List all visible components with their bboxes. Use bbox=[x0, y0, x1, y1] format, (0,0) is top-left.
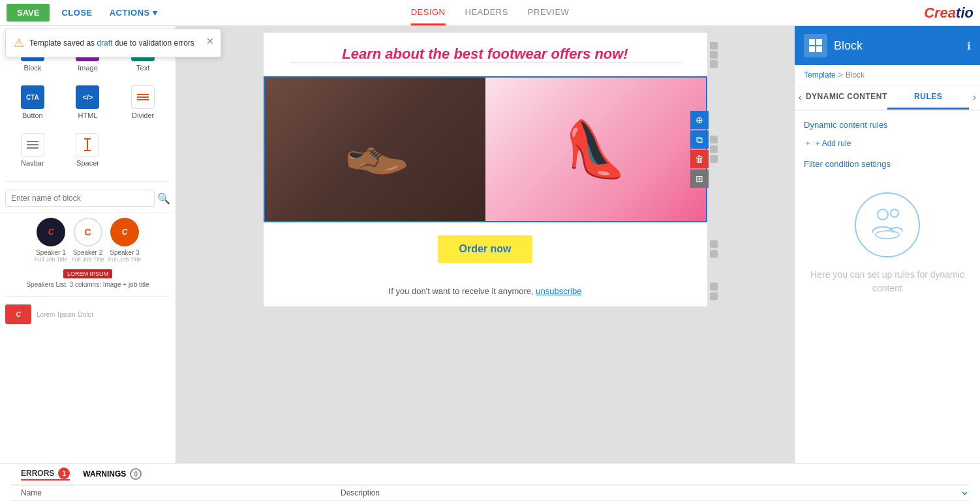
html-icon: </> bbox=[76, 85, 99, 109]
svg-rect-16 bbox=[816, 39, 822, 45]
people-icon bbox=[870, 204, 906, 246]
speaker-1-sub: Full Job Title bbox=[35, 256, 68, 263]
warnings-label: WARNINGS bbox=[83, 469, 126, 479]
add-rule-button[interactable]: ＋ + Add rule bbox=[804, 138, 851, 149]
panel-content: Dynamic content rules ＋ + Add rule Filte… bbox=[795, 111, 980, 463]
errors-badge: 1 bbox=[58, 467, 70, 479]
save-button[interactable]: SAVE bbox=[7, 4, 50, 22]
sidebar-item-label: Button bbox=[22, 111, 43, 119]
speaker-1-name: Speaker 1 bbox=[36, 249, 66, 256]
notification-banner: ⚠ Template saved as draft due to validat… bbox=[5, 29, 221, 57]
section-ctrl-dot[interactable] bbox=[710, 51, 718, 59]
footer-col-label-3: Dolor bbox=[78, 311, 94, 318]
breadcrumb-parent[interactable]: Template bbox=[804, 70, 836, 80]
creatio-logo: Creatio bbox=[924, 5, 973, 22]
expand-errors-button[interactable]: ⌄ bbox=[960, 484, 970, 498]
placeholder-icon-circle bbox=[855, 192, 920, 258]
panel-tab-right-arrow[interactable]: › bbox=[969, 85, 980, 110]
name-column-header: Name bbox=[10, 486, 330, 500]
breadcrumb-separator: > bbox=[838, 70, 843, 80]
sidebar-item-label: Spacer bbox=[76, 159, 99, 167]
breadcrumb: Template > Block bbox=[795, 65, 980, 85]
email-footer-section: If you don't want to receive it anymore,… bbox=[264, 276, 707, 306]
email-divider bbox=[290, 63, 681, 63]
sidebar-divider bbox=[5, 181, 170, 182]
email-cta-section: Order now bbox=[264, 222, 707, 276]
panel-tab-left-arrow[interactable]: ‹ bbox=[795, 85, 806, 110]
speaker-2-name: Speaker 2 bbox=[73, 249, 103, 256]
section-ctrl-dot[interactable] bbox=[710, 241, 718, 248]
shoe-left-image[interactable] bbox=[265, 78, 485, 221]
sidebar-item-label: Navbar bbox=[21, 159, 44, 167]
navbar-icon bbox=[21, 133, 44, 156]
search-icon[interactable]: 🔍 bbox=[157, 192, 170, 205]
close-notification-button[interactable]: ✕ bbox=[206, 36, 214, 46]
sidebar-item-navbar[interactable]: Navbar bbox=[5, 126, 60, 173]
placeholder-area: Here you can set up rules for dynamic co… bbox=[804, 179, 971, 308]
speaker-grid: C Speaker 1 Full Job Title C Speaker 2 F… bbox=[5, 218, 170, 263]
error-table-header: Name Description bbox=[10, 485, 970, 500]
button-icon: CTA bbox=[21, 85, 44, 109]
section-ctrl-dot[interactable] bbox=[710, 292, 718, 300]
errors-label: ERRORS bbox=[21, 469, 54, 478]
sidebar-item-divider[interactable]: Divider bbox=[115, 79, 170, 126]
actions-button[interactable]: ACTIONS ▾ bbox=[104, 4, 163, 22]
speaker-3[interactable]: C Speaker 3 Full Job Title bbox=[108, 218, 142, 263]
section-ctrl-dot[interactable] bbox=[710, 136, 718, 143]
sidebar-item-button[interactable]: CTA Button bbox=[5, 79, 60, 126]
section-ctrl-dot[interactable] bbox=[710, 282, 718, 290]
speaker-2[interactable]: C Speaker 2 Full Job Title bbox=[71, 218, 104, 263]
divider-icon bbox=[131, 85, 155, 109]
email-container: Learn about the best footwear offers now… bbox=[264, 33, 707, 306]
info-icon[interactable]: ℹ bbox=[967, 40, 971, 52]
panel-title: Block bbox=[834, 39, 960, 53]
email-headline: Learn about the best footwear offers now… bbox=[277, 46, 694, 63]
section-ctrl-dot[interactable] bbox=[710, 155, 718, 163]
left-sidebar: Block Image T Text CTA Button bbox=[0, 26, 176, 463]
draft-link[interactable]: draft bbox=[97, 38, 112, 48]
svg-rect-17 bbox=[809, 46, 815, 52]
order-now-button[interactable]: Order now bbox=[438, 235, 532, 263]
footer-text: If you don't want to receive it anymore, bbox=[389, 286, 536, 296]
center-canvas: Learn about the best footwear offers now… bbox=[176, 26, 794, 463]
close-button[interactable]: CLOSE bbox=[56, 4, 97, 22]
section-ctrl-dot[interactable] bbox=[710, 250, 718, 258]
panel-tabs: ‹ DYNAMIC CONTENT RULES › bbox=[795, 85, 980, 111]
section-ctrl-dot[interactable] bbox=[710, 42, 718, 50]
tab-headers[interactable]: HEADERS bbox=[465, 1, 508, 25]
center-tabs: DESIGN HEADERS PREVIEW bbox=[411, 1, 570, 25]
main-layout: Block Image T Text CTA Button bbox=[0, 26, 980, 463]
search-input[interactable] bbox=[5, 190, 155, 207]
description-column-header: Description bbox=[330, 486, 390, 500]
delete-image-button[interactable]: 🗑 bbox=[690, 150, 709, 168]
shoe-right-image[interactable] bbox=[485, 78, 706, 221]
speaker-1-avatar: C bbox=[37, 218, 65, 246]
sidebar-item-label: Block bbox=[23, 64, 41, 72]
sidebar-item-html[interactable]: </> HTML bbox=[61, 79, 115, 126]
copy-image-button[interactable]: ⧉ bbox=[690, 130, 709, 149]
tab-dynamic-content[interactable]: DYNAMIC CONTENT bbox=[806, 85, 887, 110]
svg-point-19 bbox=[878, 209, 888, 220]
notification-text: Template saved as draft due to validatio… bbox=[29, 38, 194, 48]
warning-icon: ⚠ bbox=[14, 36, 24, 50]
settings-image-button[interactable]: ⊞ bbox=[690, 170, 709, 188]
section-ctrl-dot[interactable] bbox=[710, 60, 718, 68]
dynamic-rules-title: Dynamic content rules bbox=[804, 120, 971, 130]
bottom-bar: ERRORS 1 WARNINGS 0 ⌄ Name Description E… bbox=[0, 463, 980, 502]
warnings-tab[interactable]: WARNINGS 0 bbox=[83, 468, 142, 480]
svg-rect-18 bbox=[816, 46, 822, 52]
speaker-2-sub: Full Job Title bbox=[71, 256, 104, 263]
sidebar-item-spacer[interactable]: Spacer bbox=[61, 126, 115, 173]
unsubscribe-link[interactable]: unsubscribe bbox=[536, 286, 581, 296]
svg-rect-15 bbox=[809, 39, 815, 45]
errors-tab[interactable]: ERRORS 1 bbox=[21, 467, 70, 480]
tab-rules[interactable]: RULES bbox=[887, 85, 969, 110]
speaker-1[interactable]: C Speaker 1 Full Job Title bbox=[35, 218, 68, 263]
add-rule-label: + Add rule bbox=[816, 139, 851, 148]
speaker-2-avatar: C bbox=[74, 218, 102, 246]
tab-preview[interactable]: PREVIEW bbox=[528, 1, 569, 25]
breadcrumb-current: Block bbox=[846, 70, 865, 80]
tab-design[interactable]: DESIGN bbox=[411, 1, 446, 25]
section-ctrl-dot[interactable] bbox=[710, 145, 718, 153]
move-image-button[interactable]: ⊕ bbox=[690, 111, 709, 129]
